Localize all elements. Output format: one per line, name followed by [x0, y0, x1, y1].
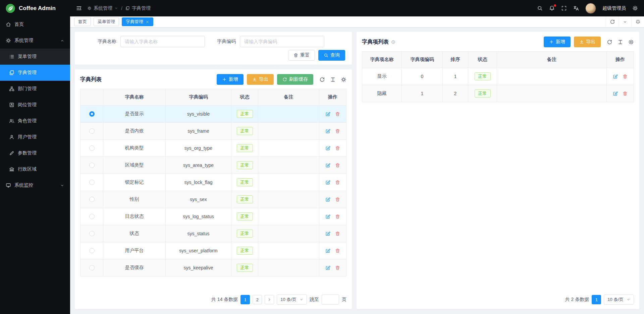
edit-icon[interactable]: [325, 231, 330, 236]
row-radio[interactable]: [89, 180, 95, 185]
sidebar-item-dict-mgmt[interactable]: 字典管理: [0, 65, 70, 81]
row-radio[interactable]: [89, 128, 95, 134]
edit-icon[interactable]: [325, 180, 330, 185]
settings-button[interactable]: [632, 5, 638, 11]
export-dict-button[interactable]: 导出: [247, 74, 274, 85]
close-icon[interactable]: [146, 20, 149, 24]
table-row[interactable]: 状态 sys_status 正常: [80, 225, 346, 242]
edit-icon[interactable]: [613, 91, 618, 96]
fullscreen-button[interactable]: [561, 5, 567, 11]
add-dict-button[interactable]: 新增: [217, 74, 244, 85]
table-row[interactable]: 隐藏 1 2 正常: [362, 85, 634, 102]
breadcrumb-item-system[interactable]: 系统管理: [87, 5, 118, 11]
refresh-table-icon[interactable]: [319, 77, 325, 82]
table-row[interactable]: 机构类型 sys_org_type 正常: [80, 139, 346, 156]
reset-button[interactable]: 重置: [288, 50, 315, 61]
table-row[interactable]: 是否内嵌 sys_frame 正常: [80, 122, 346, 139]
toggle-fullscreen-content-button[interactable]: [631, 16, 644, 27]
sidebar-item-admin-area[interactable]: 行政区域: [0, 161, 70, 177]
delete-icon[interactable]: [335, 146, 340, 151]
table-row[interactable]: 是否缓存 sys_keepalive 正常: [80, 259, 346, 276]
delete-icon[interactable]: [335, 214, 340, 219]
tab-dict-mgmt[interactable]: 字典管理: [122, 17, 153, 26]
delete-icon[interactable]: [623, 74, 628, 79]
delete-icon[interactable]: [335, 163, 340, 168]
sidebar-item-post-mgmt[interactable]: 岗位管理: [0, 97, 70, 113]
sidebar-item-role-mgmt[interactable]: 角色管理: [0, 113, 70, 129]
export-items-button[interactable]: 导出: [574, 37, 601, 47]
avatar[interactable]: [585, 3, 596, 14]
font-size-icon[interactable]: [618, 39, 623, 45]
edit-icon[interactable]: [325, 129, 330, 134]
page-button-2[interactable]: 2: [253, 295, 262, 304]
edit-icon[interactable]: [325, 214, 330, 219]
edit-icon[interactable]: [325, 248, 330, 253]
status-badge: 正常: [237, 110, 253, 118]
table-row[interactable]: 是否显示 sys_visible 正常: [80, 105, 346, 122]
jump-page-input[interactable]: [322, 295, 339, 305]
font-size-icon[interactable]: [330, 77, 336, 82]
row-radio[interactable]: [89, 145, 95, 151]
sidebar-item-dept-mgmt[interactable]: 部门管理: [0, 81, 70, 97]
sidebar-item-param-mgmt[interactable]: 参数管理: [0, 145, 70, 161]
table-row[interactable]: 用户平台 sys_user_platform 正常: [80, 242, 346, 259]
delete-icon[interactable]: [335, 180, 340, 185]
sidebar-item-home[interactable]: 首页: [0, 16, 70, 33]
menu-collapse-button[interactable]: [76, 5, 82, 11]
list-icon: [9, 54, 14, 59]
delete-icon[interactable]: [335, 265, 340, 270]
delete-icon[interactable]: [335, 231, 340, 236]
id-badge-icon: [9, 102, 14, 108]
edit-icon[interactable]: [325, 265, 330, 270]
tab-home[interactable]: 首页: [74, 17, 91, 26]
sidebar-item-monitor[interactable]: 系统监控: [0, 177, 70, 193]
edit-icon[interactable]: [325, 112, 330, 117]
delete-icon[interactable]: [335, 129, 340, 134]
row-radio[interactable]: [89, 111, 95, 117]
sidebar-item-menu-mgmt[interactable]: 菜单管理: [0, 49, 70, 65]
dict-code-input[interactable]: [240, 36, 324, 47]
column-settings-icon[interactable]: [341, 77, 346, 82]
row-radio[interactable]: [89, 197, 95, 202]
delete-icon[interactable]: [335, 197, 340, 202]
refresh-tab-button[interactable]: [606, 16, 619, 27]
row-radio[interactable]: [89, 248, 95, 253]
table-row[interactable]: 锁定标记 sys_lock_flag 正常: [80, 174, 346, 191]
page-size-select[interactable]: 10 条/页: [277, 295, 307, 305]
next-page-button[interactable]: [265, 295, 274, 304]
notifications-button[interactable]: [549, 5, 555, 11]
refresh-table-icon[interactable]: [607, 39, 612, 45]
delete-icon[interactable]: [335, 248, 340, 253]
add-item-button[interactable]: 新增: [544, 37, 571, 47]
edit-icon[interactable]: [325, 146, 330, 151]
sidebar-item-user-mgmt[interactable]: 用户管理: [0, 129, 70, 145]
search-button[interactable]: [537, 5, 543, 11]
translate-button[interactable]: [573, 5, 579, 11]
table-row[interactable]: 日志状态 sys_log_status 正常: [80, 208, 346, 225]
username[interactable]: 超级管理员: [602, 5, 626, 11]
row-radio[interactable]: [89, 214, 95, 219]
topbar: 系统管理 / 字典管理 超级管理员: [70, 0, 644, 16]
page-size-select[interactable]: 10 条/页: [604, 295, 634, 305]
edit-icon[interactable]: [325, 163, 330, 168]
edit-icon[interactable]: [325, 197, 330, 202]
radio-cell: [80, 208, 103, 225]
row-radio[interactable]: [89, 231, 95, 236]
row-radio[interactable]: [89, 163, 95, 168]
tab-menu-mgmt[interactable]: 菜单管理: [94, 17, 119, 26]
page-button-1[interactable]: 1: [240, 295, 250, 304]
table-row[interactable]: 区域类型 sys_area_type 正常: [80, 156, 346, 174]
refresh-cache-button[interactable]: 刷新缓存: [277, 74, 313, 85]
table-row[interactable]: 显示 0 1 正常: [362, 68, 634, 85]
column-settings-icon[interactable]: [628, 39, 634, 45]
row-radio[interactable]: [89, 265, 95, 270]
delete-icon[interactable]: [335, 112, 340, 117]
table-row[interactable]: 性别 sys_sex 正常: [80, 191, 346, 208]
tab-options-button[interactable]: [619, 16, 631, 27]
dict-name-input[interactable]: [120, 36, 205, 47]
delete-icon[interactable]: [623, 91, 628, 96]
query-button[interactable]: 查询: [318, 50, 345, 61]
page-button-1[interactable]: 1: [592, 295, 601, 304]
edit-icon[interactable]: [613, 74, 618, 79]
sidebar-item-system[interactable]: 系统管理: [0, 33, 70, 49]
